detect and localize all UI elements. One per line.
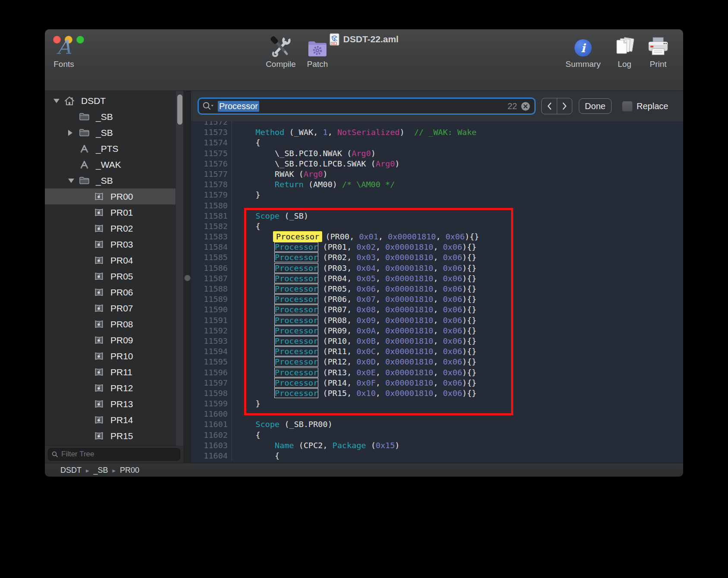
sidebar-item-pr05[interactable]: PR05 — [45, 268, 183, 284]
search-input[interactable]: Processor 22 — [198, 97, 536, 115]
code-lines: 1157211573 Method (_WAK, 1, NotSerialize… — [191, 121, 683, 461]
sidebar-item-pr03[interactable]: PR03 — [45, 236, 183, 252]
sidebar-item-pr00[interactable]: PR00 — [45, 188, 183, 204]
line-number: 11591 — [191, 315, 232, 326]
line-number: 11578 — [191, 179, 232, 190]
sidebar-item-pr04[interactable]: PR04 — [45, 252, 183, 268]
code-line: 11576 \_SB.PCI0.LPCB.SWAK (Arg0) — [191, 159, 683, 169]
toolbar-summary-button[interactable]: i Summary — [564, 31, 602, 69]
line-number: 11604 — [191, 451, 232, 461]
sidebar-item-pr02[interactable]: PR02 — [45, 220, 183, 236]
folder-icon — [78, 176, 90, 185]
sidebar-item-pr13[interactable]: PR13 — [45, 396, 183, 412]
line-number: 11603 — [191, 440, 232, 451]
sidebar-item-pr06[interactable]: PR06 — [45, 284, 183, 300]
line-number: 11595 — [191, 357, 232, 367]
sidebar-item-pr11[interactable]: PR11 — [45, 364, 183, 380]
toolbar-log-button[interactable]: Log — [606, 31, 643, 69]
line-number: 11588 — [191, 284, 232, 294]
code-line: 11585 Processor (PR02, 0x03, 0x00001810,… — [191, 252, 683, 263]
code-line: 11572 — [191, 121, 683, 127]
find-next-button[interactable] — [557, 98, 572, 114]
breadcrumb-item-pr00[interactable]: PR00 — [120, 466, 139, 475]
printer-icon — [647, 31, 669, 58]
code-line: 11593 Processor (PR10, 0x0B, 0x00001810,… — [191, 336, 683, 346]
sidebar-item-pr15[interactable]: PR15 — [45, 428, 183, 444]
line-number: 11585 — [191, 252, 232, 263]
tree-item-label: PR02 — [110, 223, 133, 234]
code-line: 11591 Processor (PR08, 0x09, 0x00001810,… — [191, 315, 683, 326]
disclosure-down-icon[interactable] — [68, 179, 78, 183]
sidebar-item-pr01[interactable]: PR01 — [45, 204, 183, 220]
sidebar-tree[interactable]: DSDT_SB_SB_PTS_WAK_SBPR00PR01PR02PR03PR0… — [45, 91, 183, 445]
search-match-highlight: Processor — [275, 347, 318, 356]
find-previous-button[interactable] — [542, 98, 557, 114]
filter-tree-input[interactable]: Filter Tree — [48, 448, 180, 461]
sidebar-item-_sb[interactable]: _SB — [45, 173, 183, 188]
search-match-highlight: Processor — [275, 264, 318, 273]
code-line: 11604 { — [191, 451, 683, 461]
toolbar-print-button[interactable]: Print — [639, 31, 677, 69]
sidebar-item-_sb[interactable]: _SB — [45, 125, 183, 141]
filter-placeholder: Filter Tree — [61, 450, 94, 459]
sidebar-item-_sb[interactable]: _SB — [45, 109, 183, 125]
chip-icon — [93, 383, 104, 393]
tree-item-label: PR05 — [110, 271, 133, 282]
line-number: 11573 — [191, 127, 232, 138]
find-nav-segmented — [541, 98, 572, 114]
done-button[interactable]: Done — [579, 98, 612, 114]
replace-checkbox[interactable] — [622, 101, 633, 112]
line-number: 11580 — [191, 201, 232, 211]
sidebar-item-_wak[interactable]: _WAK — [45, 157, 183, 173]
line-number: 11593 — [191, 336, 232, 346]
search-menu-icon[interactable] — [202, 101, 214, 111]
chip-icon — [93, 415, 104, 424]
disclosure-down-icon[interactable] — [53, 99, 64, 103]
clear-search-icon[interactable] — [521, 101, 530, 111]
code-editor[interactable]: 1157211573 Method (_WAK, 1, NotSerialize… — [191, 121, 683, 463]
chip-icon — [93, 304, 104, 313]
code-line: 11599 } — [191, 399, 683, 409]
split-divider-handle[interactable] — [184, 275, 191, 281]
line-number: 11583 — [191, 232, 232, 242]
match-count: 22 — [508, 101, 517, 111]
sidebar-scrollbar-track[interactable] — [176, 91, 183, 446]
line-number: 11598 — [191, 388, 232, 399]
toolbar-patch-button[interactable]: Patch — [298, 31, 336, 69]
search-match-highlight: Processor — [275, 389, 318, 398]
chip-icon — [93, 240, 104, 249]
replace-label: Replace — [637, 101, 668, 111]
tree-item-label: PR03 — [110, 239, 133, 250]
find-bar: Processor 22 — [191, 91, 683, 121]
code-line: 11577 RWAK (Arg0) — [191, 169, 683, 179]
chip-icon — [93, 431, 104, 440]
toolbar-fonts-button[interactable]: A Fonts — [45, 31, 83, 69]
search-match-highlight: Processor — [275, 357, 318, 366]
code-line: 11594 Processor (PR11, 0x0C, 0x00001810,… — [191, 346, 683, 357]
search-query-text: Processor — [218, 101, 259, 112]
line-number: 11596 — [191, 368, 232, 378]
tree-item-label: _SB — [96, 128, 113, 138]
search-match-highlight: Processor — [275, 305, 318, 314]
code-line: 11575 \_SB.PCI0.NWAK (Arg0) — [191, 148, 683, 159]
disclosure-right-icon[interactable] — [68, 130, 78, 136]
line-number: 11584 — [191, 242, 232, 252]
line-number: 11592 — [191, 326, 232, 336]
sidebar-scrollbar-thumb[interactable] — [177, 94, 182, 125]
tree-item-label: PR15 — [110, 431, 133, 441]
sidebar-item-pr09[interactable]: PR09 — [45, 332, 183, 348]
breadcrumb-item-dsdt[interactable]: DSDT — [60, 466, 82, 475]
split-divider[interactable] — [183, 91, 191, 463]
toolbar-compile-button[interactable]: Compile — [262, 31, 300, 69]
sidebar-item-pr14[interactable]: PR14 — [45, 412, 183, 428]
sidebar-item-pr07[interactable]: PR07 — [45, 300, 183, 316]
sidebar-item-dsdt[interactable]: DSDT — [45, 93, 183, 109]
code-line: 11600 — [191, 409, 683, 419]
sidebar-item-pr12[interactable]: PR12 — [45, 380, 183, 396]
sidebar-item-pr10[interactable]: PR10 — [45, 348, 183, 364]
sidebar-item-_pts[interactable]: _PTS — [45, 141, 183, 157]
screen: AML DSDT-22.aml A Fonts — [0, 0, 728, 578]
breadcrumb-item-_sb[interactable]: _SB — [94, 466, 108, 475]
sidebar-item-pr08[interactable]: PR08 — [45, 316, 183, 332]
code-line: 11597 Processor (PR14, 0x0F, 0x00001810,… — [191, 378, 683, 388]
